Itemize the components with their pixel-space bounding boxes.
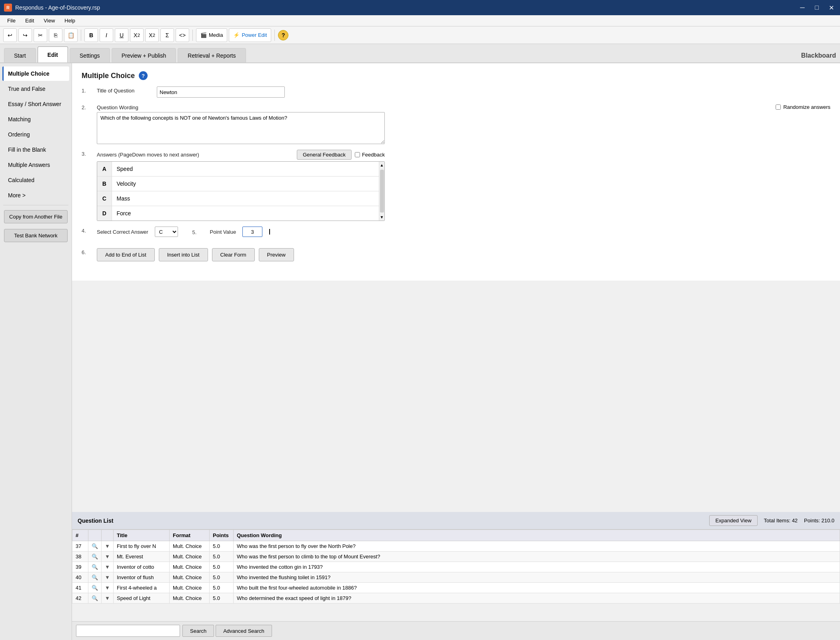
action-row: 6. Add to End of List Insert into List C… [82,248,830,267]
tab-preview-publish[interactable]: Preview + Publish [112,48,176,62]
table-row[interactable]: 37 🔍 ▼ First to fly over N Mult. Choice … [72,541,840,552]
correct-answer-select[interactable]: ABCDE [155,227,178,237]
answer-text[interactable]: Velocity [112,177,384,191]
row-title: Speed of Light [114,593,170,604]
minimize-button[interactable]: ─ [798,3,807,12]
media-label: Media [209,32,223,38]
toolbar-cut[interactable]: ✂ [34,28,47,42]
sidebar-item-calculated[interactable]: Calculated [2,173,69,187]
sidebar-item-true-false[interactable]: True and False [2,82,69,96]
row-dropdown-icon[interactable]: ▼ [102,541,114,552]
toolbar-undo[interactable]: ↩ [3,28,17,42]
randomize-checkbox[interactable] [776,104,781,110]
table-row[interactable]: 42 🔍 ▼ Speed of Light Mult. Choice 5.0 W… [72,593,840,604]
row-search-icon[interactable]: 🔍 [88,541,102,552]
toolbar-paste[interactable]: 📋 [64,28,78,42]
preview-button[interactable]: Preview [259,248,294,261]
scroll-down-arrow[interactable]: ▼ [379,214,385,221]
row-search-icon[interactable]: 🔍 [88,562,102,572]
scroll-up-arrow[interactable]: ▲ [379,162,385,169]
toolbar: ↩ ↪ ✂ ⎘ 📋 B I U X2 X2 Σ <> 🎬 Media ⚡ Pow… [0,26,840,44]
row-search-icon[interactable]: 🔍 [88,572,102,583]
tab-settings[interactable]: Settings [70,48,110,62]
tabs-bar: Start Edit Settings Preview + Publish Re… [0,44,840,63]
select-label: Select Correct Answer [97,229,148,235]
randomize-area: Randomize answers [776,104,830,110]
answer-row[interactable]: C Mass [97,191,384,206]
row-search-icon[interactable]: 🔍 [88,552,102,562]
answer-letter: D [97,206,112,221]
row-dropdown-icon[interactable]: ▼ [102,593,114,604]
feedback-checkbox[interactable] [355,152,360,157]
row-dropdown-icon[interactable]: ▼ [102,572,114,583]
toolbar-bold[interactable]: B [84,28,98,42]
sidebar-item-more[interactable]: More > [2,188,69,203]
toolbar-italic[interactable]: I [100,28,113,42]
table-row[interactable]: 41 🔍 ▼ First 4-wheeled a Mult. Choice 5.… [72,583,840,593]
toolbar-copy[interactable]: ⎘ [49,28,62,42]
sidebar-item-multiple-choice[interactable]: Multiple Choice [2,66,69,81]
feedback-checkbox-area: Feedback [355,152,385,158]
search-button[interactable]: Search [182,625,214,637]
toolbar-superscript[interactable]: X2 [145,28,159,42]
answer-text[interactable]: Force [112,206,384,221]
sidebar-item-ordering[interactable]: Ordering [2,127,69,142]
sidebar-item-multiple-answers[interactable]: Multiple Answers [2,158,69,172]
row-dropdown-icon[interactable]: ▼ [102,552,114,562]
sidebar-item-fill-blank[interactable]: Fill in the Blank [2,142,69,157]
tab-edit[interactable]: Edit [38,46,68,62]
search-input[interactable] [76,625,180,637]
row-num: 42 [72,593,88,604]
answer-row[interactable]: A Speed [97,162,384,177]
toolbar-sigma[interactable]: Σ [160,28,174,42]
tab-retrieval-reports[interactable]: Retrieval + Reports [178,48,246,62]
media-button[interactable]: 🎬 Media [196,28,227,42]
help-button[interactable]: ? [278,30,288,40]
close-button[interactable]: ✕ [826,3,836,12]
test-bank-network-button[interactable]: Test Bank Network [4,229,68,242]
expanded-view-button[interactable]: Expanded View [709,515,757,526]
scroll-thumb[interactable] [380,170,384,213]
table-row[interactable]: 40 🔍 ▼ Inventor of flush Mult. Choice 5.… [72,572,840,583]
row-dropdown-icon[interactable]: ▼ [102,562,114,572]
toolbar-redo[interactable]: ↪ [18,28,32,42]
table-row[interactable]: 39 🔍 ▼ Inventor of cotto Mult. Choice 5.… [72,562,840,572]
add-to-end-button[interactable]: Add to End of List [97,248,155,261]
title-bar-controls[interactable]: ─ □ ✕ [798,3,836,12]
menu-file[interactable]: File [3,16,20,25]
power-edit-button[interactable]: ⚡ Power Edit [229,28,271,42]
row-search-icon[interactable]: 🔍 [88,583,102,593]
menu-edit[interactable]: Edit [21,16,38,25]
advanced-search-button[interactable]: Advanced Search [216,625,272,637]
row-title: First 4-wheeled a [114,583,170,593]
section-help-icon[interactable]: ? [139,71,148,80]
toolbar-subscript[interactable]: X2 [130,28,144,42]
tab-start[interactable]: Start [4,48,36,62]
toolbar-code[interactable]: <> [176,28,189,42]
row-title: First to fly over N [114,541,170,552]
answers-scrollbar[interactable]: ▲ ▼ [379,162,384,221]
sidebar-item-matching[interactable]: Matching [2,112,69,126]
answer-row[interactable]: B Velocity [97,177,384,191]
sidebar-item-essay[interactable]: Essay / Short Answer [2,97,69,111]
point-value-input[interactable] [242,227,262,237]
maximize-button[interactable]: □ [812,3,822,12]
title-row: 1. Title of Question [82,86,830,98]
select-row: Select Correct Answer ABCDE 5. Point Val… [97,227,270,237]
menu-help[interactable]: Help [60,16,79,25]
general-feedback-button[interactable]: General Feedback [297,150,352,160]
toolbar-underline[interactable]: U [115,28,128,42]
answer-row[interactable]: D Force [97,206,384,221]
table-row[interactable]: 38 🔍 ▼ Mt. Everest Mult. Choice 5.0 Who … [72,552,840,562]
main-layout: Multiple Choice True and False Essay / S… [0,63,840,640]
answer-text[interactable]: Mass [112,191,384,206]
menu-view[interactable]: View [40,16,59,25]
insert-into-list-button[interactable]: Insert into List [159,248,208,261]
row-dropdown-icon[interactable]: ▼ [102,583,114,593]
title-input[interactable] [157,86,285,98]
clear-form-button[interactable]: Clear Form [212,248,255,261]
copy-from-file-button[interactable]: Copy from Another File [4,210,68,223]
question-textarea[interactable] [97,112,385,144]
row-search-icon[interactable]: 🔍 [88,593,102,604]
answer-text[interactable]: Speed [112,162,384,177]
